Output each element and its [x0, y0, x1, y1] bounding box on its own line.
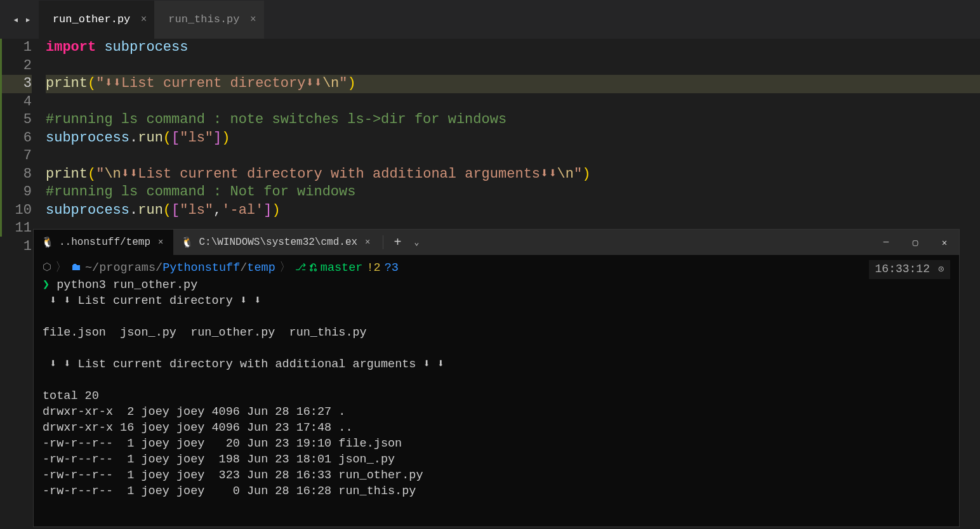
output-line: total 20 — [43, 388, 950, 404]
output-line: -rw-r--r-- 1 joey joey 323 Jun 28 16:33 … — [43, 467, 950, 483]
dropdown-icon[interactable]: ⌄ — [409, 237, 425, 247]
output-line: -rw-r--r-- 1 joey joey 20 Jun 23 19:10 f… — [43, 436, 950, 452]
close-button[interactable]: ✕ — [930, 230, 959, 255]
output-line: drwxr-xr-x 16 joey joey 4096 Jun 23 17:4… — [43, 420, 950, 436]
minimize-button[interactable]: ─ — [871, 230, 901, 255]
maximize-button[interactable]: ▢ — [901, 230, 930, 255]
line-number: 6 — [0, 129, 32, 148]
code-line — [46, 147, 980, 166]
code-line: subprocess.run(["ls"]) — [46, 129, 980, 148]
line-number: 7 — [0, 147, 32, 166]
gutter-modified-marker — [0, 39, 2, 237]
separator-icon: 〉 — [279, 260, 291, 276]
code-line: print("\n⬇⬇List current directory with a… — [46, 166, 980, 184]
tab-label: run_other.py — [53, 13, 130, 25]
line-number: 3 — [0, 75, 32, 93]
tux-icon: 🐧 — [41, 236, 54, 249]
output-line: ⬇ ⬇ List current directory ⬇ ⬇ — [43, 293, 950, 309]
prompt-line: ⬡ 〉 🖿 ~/programs/Pythonstuff/temp 〉 ⎇ ⎌ … — [43, 260, 950, 276]
line-number: 1 — [0, 238, 32, 256]
separator-icon: 〉 — [55, 260, 67, 276]
window-controls: ─ ▢ ✕ — [871, 230, 959, 255]
editor-tab[interactable]: run_this.py × — [154, 1, 263, 39]
close-icon[interactable]: × — [250, 14, 256, 25]
editor-tab-active[interactable]: run_other.py × — [39, 1, 154, 39]
output-line — [43, 309, 950, 325]
line-number: 1 — [0, 39, 32, 57]
line-number: 8 — [0, 166, 32, 184]
code-line: import subprocess — [46, 39, 980, 57]
code-line-active: print("⬇⬇List current directory⬇⬇\n") — [46, 75, 980, 93]
code-area[interactable]: import subprocess print("⬇⬇List current … — [46, 39, 980, 229]
prompt-path: ~/programs/Pythonstuff/temp — [85, 260, 275, 276]
hex-icon: ⬡ — [43, 260, 51, 276]
terminal-tab-active[interactable]: 🐧 ..honstuff/temp × — [34, 230, 173, 255]
line-number: 2 — [0, 57, 32, 75]
code-line: #running ls command : note switches ls->… — [46, 111, 980, 129]
github-icon: ⎇ — [295, 260, 306, 276]
tab-label: run_this.py — [168, 13, 239, 25]
command-line: ❯ python3 run_other.py — [43, 277, 950, 293]
prompt-time: 16:33:12 ⊙ — [869, 260, 950, 279]
output-line — [43, 372, 950, 388]
output-line — [43, 341, 950, 356]
line-number: 11 — [0, 219, 32, 238]
divider — [383, 235, 383, 249]
code-line: #running ls command : Not for windows — [46, 183, 980, 202]
line-number: 10 — [0, 202, 32, 220]
branch-name: master — [321, 260, 363, 276]
line-number: 5 — [0, 111, 32, 129]
close-icon[interactable]: × — [362, 237, 373, 247]
code-line — [46, 93, 980, 112]
tux-icon: 🐧 — [181, 236, 194, 249]
line-gutter: 1 2 3 4 5 6 7 8 9 10 11 1 — [0, 39, 46, 229]
output-line: ⬇ ⬇ List current directory with addition… — [43, 356, 950, 372]
editor-area[interactable]: 1 2 3 4 5 6 7 8 9 10 11 1 import subproc… — [0, 39, 980, 229]
code-line: subprocess.run(["ls",'-al']) — [46, 202, 980, 220]
output-line: -rw-r--r-- 1 joey joey 198 Jun 23 18:01 … — [43, 452, 950, 467]
terminal-body[interactable]: 16:33:12 ⊙ ⬡ 〉 🖿 ~/programs/Pythonstuff/… — [34, 255, 959, 526]
terminal-tab-label: ..honstuff/temp — [59, 237, 150, 248]
new-tab-button[interactable]: + — [386, 235, 409, 250]
nav-back-forward[interactable]: ◂ ▸ — [5, 13, 39, 26]
output-line: -rw-r--r-- 1 joey joey 0 Jun 28 16:28 ru… — [43, 483, 950, 499]
output-line: drwxr-xr-x 2 joey joey 4096 Jun 28 16:27… — [43, 404, 950, 420]
line-number: 4 — [0, 93, 32, 112]
editor-tab-bar: ◂ ▸ run_other.py × run_this.py × — [0, 0, 980, 39]
terminal-window: 🐧 ..honstuff/temp × 🐧 C:\WINDOWS\system3… — [33, 229, 960, 527]
branch-icon: ⎌ — [310, 260, 317, 276]
folder-icon: 🖿 — [71, 260, 81, 276]
terminal-output: ⬇ ⬇ List current directory ⬇ ⬇ file.json… — [43, 293, 950, 499]
close-icon[interactable]: × — [156, 237, 166, 247]
git-dirty-untracked: ?3 — [385, 260, 399, 276]
clock-icon: ⊙ — [932, 264, 944, 275]
git-dirty-staged: !2 — [366, 260, 380, 276]
line-number: 9 — [0, 183, 32, 202]
output-line: file.json json_.py run_other.py run_this… — [43, 325, 950, 341]
terminal-tab[interactable]: 🐧 C:\WINDOWS\system32\cmd.ex × — [173, 230, 380, 255]
close-icon[interactable]: × — [141, 14, 147, 25]
terminal-titlebar: 🐧 ..honstuff/temp × 🐧 C:\WINDOWS\system3… — [34, 230, 959, 255]
terminal-tab-label: C:\WINDOWS\system32\cmd.ex — [199, 237, 357, 248]
code-line — [46, 57, 980, 75]
